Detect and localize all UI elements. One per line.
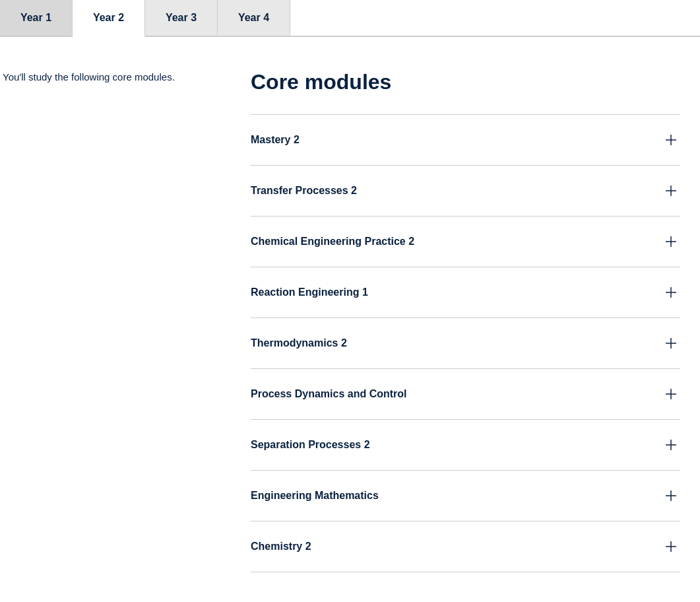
- expand-icon-pdc[interactable]: [662, 385, 680, 403]
- main-content: You'll study the following core modules.…: [0, 37, 700, 602]
- modules-list: Mastery 2 Transfer Processes 2 Chemical …: [251, 114, 680, 572]
- tab-year3[interactable]: Year 3: [145, 0, 218, 36]
- expand-icon-thermo2[interactable]: [662, 334, 680, 352]
- module-name-re1: Reaction Engineering 1: [251, 286, 368, 298]
- tab-year4[interactable]: Year 4: [218, 0, 290, 36]
- module-name-engmath: Engineering Mathematics: [251, 490, 379, 502]
- module-name-sep2: Separation Processes 2: [251, 439, 370, 451]
- module-item-re1[interactable]: Reaction Engineering 1: [251, 267, 680, 318]
- year-tabs: Year 1Year 2Year 3Year 4: [0, 0, 700, 37]
- module-item-pdc[interactable]: Process Dynamics and Control: [251, 369, 680, 420]
- expand-icon-chem2[interactable]: [662, 537, 680, 556]
- module-name-cep2: Chemical Engineering Practice 2: [251, 236, 414, 248]
- module-name-chem2: Chemistry 2: [251, 541, 311, 552]
- left-description: You'll study the following core modules.: [3, 70, 238, 85]
- module-name-pdc: Process Dynamics and Control: [251, 388, 407, 400]
- tab-year2[interactable]: Year 2: [73, 0, 145, 37]
- module-item-sep2[interactable]: Separation Processes 2: [251, 420, 680, 471]
- module-name-transfer2: Transfer Processes 2: [251, 185, 357, 197]
- left-panel: You'll study the following core modules.: [0, 70, 251, 572]
- module-name-mastery2: Mastery 2: [251, 134, 300, 146]
- module-item-engmath[interactable]: Engineering Mathematics: [251, 471, 680, 521]
- right-panel: Core modules Mastery 2 Transfer Processe…: [251, 70, 700, 572]
- expand-icon-transfer2[interactable]: [662, 182, 680, 200]
- expand-icon-mastery2[interactable]: [662, 131, 680, 149]
- module-name-thermo2: Thermodynamics 2: [251, 337, 347, 349]
- expand-icon-cep2[interactable]: [662, 232, 680, 251]
- core-modules-title: Core modules: [251, 70, 680, 94]
- module-item-chem2[interactable]: Chemistry 2: [251, 521, 680, 572]
- module-item-thermo2[interactable]: Thermodynamics 2: [251, 318, 680, 369]
- tab-year1[interactable]: Year 1: [0, 0, 73, 36]
- module-item-transfer2[interactable]: Transfer Processes 2: [251, 166, 680, 217]
- expand-icon-sep2[interactable]: [662, 436, 680, 454]
- expand-icon-engmath[interactable]: [662, 486, 680, 505]
- module-item-cep2[interactable]: Chemical Engineering Practice 2: [251, 217, 680, 267]
- expand-icon-re1[interactable]: [662, 283, 680, 302]
- module-item-mastery2[interactable]: Mastery 2: [251, 115, 680, 166]
